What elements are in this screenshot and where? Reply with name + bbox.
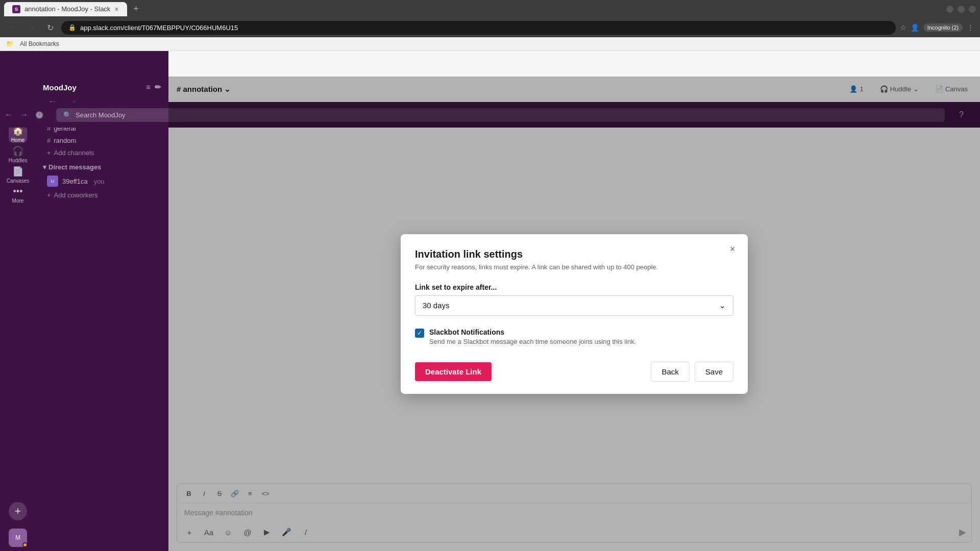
refresh-button[interactable]: ↻ <box>43 20 57 35</box>
canvases-label: Canvases <box>7 178 29 184</box>
dm-user-avatar: U <box>47 176 58 187</box>
slack-history-button[interactable]: 🕐 <box>33 108 45 122</box>
profile-icon: 👤 <box>911 23 919 32</box>
sidebar-item-huddles[interactable]: 🎧 Huddles <box>9 145 27 163</box>
add-coworkers-label: Add coworkers <box>54 191 98 199</box>
browser-chrome: S annotation - MoodJoy - Slack × + ← → ↻… <box>0 0 980 51</box>
modal-close-button[interactable]: × <box>725 242 740 257</box>
back-button[interactable]: Back <box>651 362 689 382</box>
maximize-button[interactable] <box>958 6 965 13</box>
sidebar-add-button[interactable]: + <box>9 502 27 520</box>
invitation-link-settings-modal: × Invitation link settings For security … <box>401 234 748 394</box>
expiry-select-value: 30 days <box>423 301 450 310</box>
dm-you-label: you <box>94 178 105 185</box>
checkbox-check-icon: ✓ <box>417 330 422 337</box>
headphone-icon: 🎧 <box>12 145 23 157</box>
channel-item-random[interactable]: # random <box>40 135 164 146</box>
tab-close-button[interactable]: × <box>114 5 118 13</box>
dm-section-header: ▾ Direct messages <box>36 159 168 173</box>
more-label: More <box>12 198 24 204</box>
bookmarks-label: All Bookmarks <box>20 40 59 47</box>
home-label: Home <box>11 137 25 143</box>
checkbox-label-group: Slackbot Notifications Send me a Slackbo… <box>429 328 636 345</box>
filter-icon[interactable]: ≡ <box>146 83 151 92</box>
workspace-header: MoodJoy ≡ ✏ <box>36 77 168 96</box>
close-button[interactable] <box>969 6 976 13</box>
workspace-name[interactable]: MoodJoy <box>43 83 77 92</box>
modal-backdrop: × Invitation link settings For security … <box>168 77 980 551</box>
back-button[interactable]: ← <box>6 20 20 35</box>
save-button[interactable]: Save <box>695 362 733 382</box>
add-icon: + <box>15 505 21 518</box>
deactivate-link-button[interactable]: Deactivate Link <box>415 362 492 381</box>
canvas-icon: 📄 <box>12 166 23 177</box>
slack-forward-button[interactable]: → <box>18 108 30 122</box>
add-channels-plus-icon: + <box>47 149 51 157</box>
expiry-select-chevron-icon: ⌄ <box>719 301 726 310</box>
search-placeholder-text: Search MoodJoy <box>76 111 126 119</box>
lock-icon: 🔒 <box>68 24 76 31</box>
dm-collapse-icon[interactable]: ▾ <box>43 163 46 171</box>
browser-tabs: S annotation - MoodJoy - Slack × + <box>4 2 143 16</box>
app-container: ← → 🕐 🔍 Search MoodJoy ? M 🏠 Home 🎧 Hudd… <box>0 51 980 551</box>
address-text: app.slack.com/client/T067MEBPPUY/C066HUM… <box>80 24 238 32</box>
modal-title: Invitation link settings <box>415 248 733 260</box>
huddles-label: Huddles <box>9 158 28 163</box>
dm-item-user[interactable]: U 39eff1ca you <box>40 173 164 189</box>
slack-header-nav: ← → 🕐 <box>6 108 42 122</box>
modal-subtitle: For security reasons, links must expire.… <box>415 263 733 271</box>
compose-icon[interactable]: ✏ <box>155 83 161 92</box>
sidebar-item-more[interactable]: ••• More <box>9 186 27 204</box>
slack-back-button[interactable]: ← <box>3 108 15 122</box>
address-bar[interactable]: 🔒 app.slack.com/client/T067MEBPPUY/C066H… <box>61 21 896 35</box>
status-dot <box>22 542 28 547</box>
dm-user-label: 39eff1ca <box>62 178 88 185</box>
add-channels-item[interactable]: + Add channels <box>40 147 164 159</box>
workspace-icons: ≡ ✏ <box>146 83 161 92</box>
active-tab[interactable]: S annotation - MoodJoy - Slack × <box>4 2 127 16</box>
add-coworkers-plus-icon: + <box>47 191 51 199</box>
tab-favicon: S <box>12 5 20 13</box>
user-initial: M <box>15 534 20 541</box>
more-icon: ••• <box>13 186 23 197</box>
add-coworkers-item[interactable]: + Add coworkers <box>40 189 164 201</box>
incognito-badge: Incognito (2) <box>923 23 963 32</box>
browser-toolbar: ← → ↻ 🔒 app.slack.com/client/T067MEBPPUY… <box>0 18 980 37</box>
browser-titlebar: S annotation - MoodJoy - Slack × + <box>0 0 980 18</box>
bookmarks-bar: 📁 All Bookmarks <box>0 37 980 51</box>
main-content: # annotation ⌄ 👤 1 🎧 Huddle ⌄ 📄 Canvas <box>168 77 980 551</box>
star-icon: ☆ <box>900 23 906 32</box>
modal-section-label: Link set to expire after... <box>415 283 733 291</box>
forward-button[interactable]: → <box>24 20 39 35</box>
minimize-button[interactable] <box>946 6 953 13</box>
slackbot-checkbox[interactable]: ✓ <box>415 329 424 338</box>
sidebar-user-avatar[interactable]: M <box>9 529 27 547</box>
tab-title: annotation - MoodJoy - Slack <box>24 5 110 13</box>
new-tab-button[interactable]: + <box>129 2 143 16</box>
menu-icon: ⋮ <box>967 23 974 32</box>
expiry-select[interactable]: 30 days ⌄ <box>415 295 733 316</box>
add-channels-label: Add channels <box>54 149 94 157</box>
modal-footer: Deactivate Link Back Save <box>415 362 733 382</box>
channel-hash-icon: # <box>47 137 51 144</box>
search-icon: 🔍 <box>63 111 71 119</box>
sidebar-item-canvases[interactable]: 📄 Canvases <box>9 165 27 184</box>
checkbox-label-desc: Send me a Slackbot message each time som… <box>429 338 636 345</box>
bookmarks-folder-icon: 📁 <box>6 40 14 47</box>
checkbox-label-title: Slackbot Notifications <box>429 328 636 336</box>
modal-footer-right: Back Save <box>651 362 733 382</box>
browser-toolbar-right: ☆ 👤 Incognito (2) ⋮ <box>900 23 974 32</box>
slackbot-notifications-row: ✓ Slackbot Notifications Send me a Slack… <box>415 328 733 345</box>
channel-random-label: random <box>54 137 76 144</box>
dm-section-label: Direct messages <box>48 163 101 171</box>
